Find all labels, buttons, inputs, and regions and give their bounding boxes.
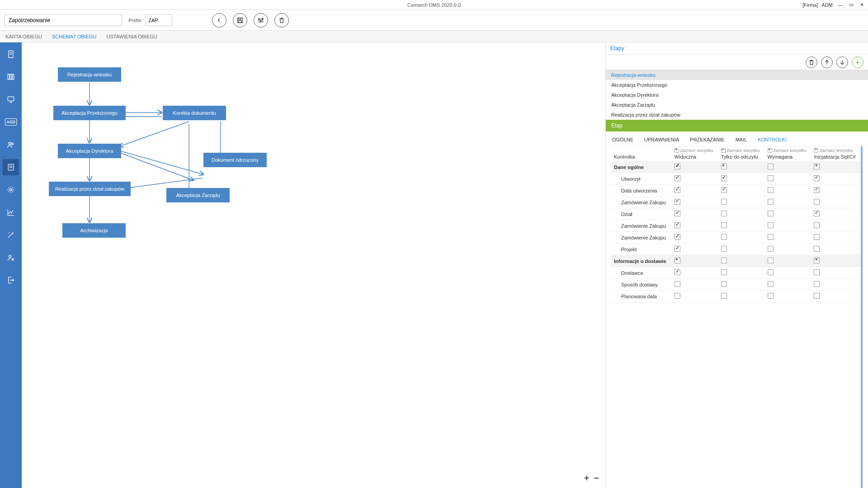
checkbox[interactable] <box>675 246 680 252</box>
nav-gear-icon[interactable] <box>3 182 19 198</box>
stage-item[interactable]: Akceptacja Zarządu <box>606 100 868 110</box>
checkbox[interactable] <box>675 164 680 169</box>
select-all-odczyt[interactable]: Zaznacz wszystko <box>721 148 762 153</box>
checkbox[interactable] <box>675 175 680 181</box>
save-button[interactable] <box>233 13 247 28</box>
checkbox[interactable] <box>814 211 820 216</box>
stage-delete-button[interactable] <box>806 56 817 68</box>
checkbox[interactable] <box>721 164 727 169</box>
etab-kontrolki[interactable]: KONTROLKI <box>758 137 787 142</box>
checkbox[interactable] <box>675 199 680 205</box>
checkbox[interactable] <box>768 281 774 287</box>
checkbox[interactable] <box>768 164 774 169</box>
checkbox[interactable] <box>721 187 727 193</box>
etab-ogolne[interactable]: OGÓLNE <box>612 137 633 142</box>
checkbox[interactable] <box>814 187 820 193</box>
wf-node-korekta[interactable]: Korekta dokumentu <box>163 106 226 120</box>
stage-item[interactable]: Rejestracja wniosku <box>606 70 868 80</box>
select-all-init[interactable]: Zaznacz wszystko <box>814 148 858 153</box>
checkbox[interactable] <box>721 281 727 287</box>
checkbox[interactable] <box>721 222 727 228</box>
checkbox[interactable] <box>675 234 680 240</box>
zoom-in-button[interactable]: + <box>584 473 590 483</box>
tab-ustawienia[interactable]: USTAWIENIA OBIEGU <box>107 34 157 39</box>
nav-documents-icon[interactable] <box>3 46 19 62</box>
back-button[interactable] <box>212 13 226 28</box>
stage-item[interactable]: Akceptacja Dyrektora <box>606 90 868 100</box>
checkbox[interactable] <box>814 293 820 299</box>
user-login[interactable]: ADM <box>822 2 833 8</box>
workflow-canvas[interactable]: Rejestracja wniosku Akceptacja Przełożon… <box>22 42 606 488</box>
nav-wand-icon[interactable] <box>3 227 19 243</box>
nav-acd-icon[interactable]: ACD <box>3 114 19 130</box>
minimize-icon[interactable]: — <box>836 2 844 8</box>
checkbox[interactable] <box>768 246 774 252</box>
wf-node-przelozony[interactable]: Akceptacja Przełożonego <box>53 106 126 120</box>
checkbox[interactable] <box>768 211 774 216</box>
settings-levers-button[interactable] <box>254 13 268 28</box>
nav-books-icon[interactable] <box>3 69 19 85</box>
checkbox[interactable] <box>721 175 727 181</box>
delete-button[interactable] <box>274 13 289 28</box>
tab-karta[interactable]: KARTA OBIEGU <box>5 34 42 39</box>
checkbox[interactable] <box>768 293 774 299</box>
etab-mail[interactable]: MAIL <box>736 137 747 142</box>
checkbox[interactable] <box>675 222 680 228</box>
checkbox[interactable] <box>814 269 820 275</box>
restore-icon[interactable]: ▭ <box>848 2 855 8</box>
close-icon[interactable]: ✕ <box>859 2 865 8</box>
checkbox[interactable] <box>675 269 680 275</box>
wf-node-odrzucony[interactable]: Dokument odrzucony <box>203 153 267 167</box>
checkbox[interactable] <box>768 187 774 193</box>
wf-node-dyrektor[interactable]: Akceptacja Dyrektora <box>58 144 121 158</box>
checkbox[interactable] <box>675 187 680 193</box>
stage-item[interactable]: Akceptacja Przełożonego <box>606 80 868 90</box>
checkbox[interactable] <box>721 293 727 299</box>
checkbox[interactable] <box>675 258 680 263</box>
zoom-out-button[interactable]: − <box>594 473 599 483</box>
checkbox[interactable] <box>814 164 820 169</box>
tab-schemat[interactable]: SCHEMAT OBIEGU <box>52 34 97 39</box>
checkbox[interactable] <box>721 234 727 240</box>
wf-node-rejestracja[interactable]: Rejestracja wniosku <box>58 67 121 82</box>
checkbox[interactable] <box>768 258 774 263</box>
checkbox[interactable] <box>814 222 820 228</box>
select-all-wymagana[interactable]: Zaznacz wszystko <box>768 148 809 153</box>
etab-przekazanie[interactable]: PRZEKAZANIE <box>690 137 724 142</box>
etab-uprawnienia[interactable]: UPRAWNIENIA <box>644 137 679 142</box>
checkbox[interactable] <box>721 199 727 205</box>
checkbox[interactable] <box>675 281 680 287</box>
nav-user-settings-icon[interactable] <box>3 249 19 266</box>
wf-node-realizacja[interactable]: Realizacja przez dział zakupów <box>49 182 131 196</box>
checkbox[interactable] <box>721 246 727 252</box>
checkbox[interactable] <box>814 234 820 240</box>
checkbox[interactable] <box>814 175 820 181</box>
checkbox[interactable] <box>721 258 727 263</box>
nav-users-icon[interactable] <box>3 136 19 153</box>
nav-workflow-icon[interactable] <box>3 159 19 175</box>
stage-down-button[interactable] <box>836 56 848 68</box>
checkbox[interactable] <box>675 293 680 299</box>
checkbox[interactable] <box>768 222 774 228</box>
workflow-name-input[interactable] <box>5 14 122 26</box>
stage-up-button[interactable] <box>821 56 833 68</box>
nav-monitor-icon[interactable] <box>3 91 19 108</box>
nav-exit-icon[interactable] <box>3 272 19 288</box>
nav-chart-icon[interactable] <box>3 204 19 221</box>
checkbox[interactable] <box>814 246 820 252</box>
checkbox[interactable] <box>768 199 774 205</box>
checkbox[interactable] <box>768 269 774 275</box>
checkbox[interactable] <box>768 175 774 181</box>
prefix-input[interactable] <box>145 14 172 26</box>
checkbox[interactable] <box>675 211 680 216</box>
checkbox[interactable] <box>814 199 820 205</box>
wf-node-zarzad[interactable]: Akceptacja Zarządu <box>166 188 230 202</box>
checkbox[interactable] <box>768 234 774 240</box>
select-all-widoczna[interactable]: Zaznacz wszystko <box>675 148 716 153</box>
wf-node-archiwizacja[interactable]: Archiwizacja <box>62 223 126 238</box>
stage-item[interactable]: Realizacja przez dział zakupów <box>606 110 868 120</box>
checkbox[interactable] <box>721 211 727 216</box>
stage-add-button[interactable] <box>852 56 863 68</box>
checkbox[interactable] <box>721 269 727 275</box>
checkbox[interactable] <box>814 281 820 287</box>
